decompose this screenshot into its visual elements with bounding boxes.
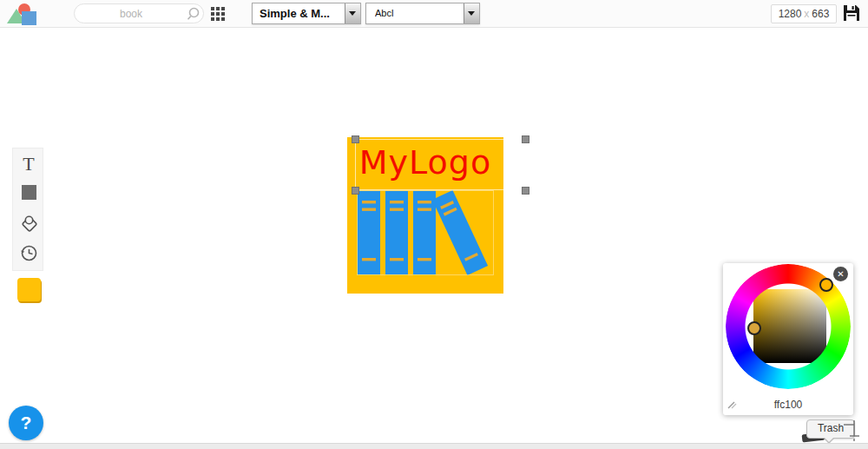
- selection-handle-bottom-left[interactable]: [352, 187, 359, 195]
- font-dropdown-value: Abcl: [375, 3, 462, 23]
- text-cursor-icon: [841, 418, 860, 442]
- grid-menu-icon[interactable]: [211, 7, 225, 21]
- selection-handle-top-right[interactable]: [522, 135, 529, 143]
- app-logo-icon[interactable]: [4, 1, 39, 26]
- font-dropdown[interactable]: Abcl: [365, 3, 480, 24]
- diamond-shape-icon: [18, 213, 39, 234]
- save-icon[interactable]: [842, 3, 861, 23]
- template-style-value: Simple & M...: [260, 3, 343, 23]
- chevron-down-icon: [464, 3, 479, 23]
- close-icon[interactable]: ✕: [833, 267, 848, 281]
- saturation-selector-handle[interactable]: [747, 321, 761, 335]
- left-tool-panel: T: [12, 148, 43, 271]
- search-input[interactable]: [75, 4, 203, 23]
- shape-tool-button[interactable]: [13, 185, 44, 203]
- selection-handle-bottom-right[interactable]: [522, 187, 529, 195]
- history-tool-button[interactable]: [13, 242, 44, 267]
- top-toolbar: Simple & M... Abcl 1280x663: [0, 0, 868, 28]
- logo-square-shape: [22, 11, 36, 25]
- size-separator: x: [804, 8, 809, 20]
- hex-color-value[interactable]: ffc100: [723, 399, 853, 411]
- hue-selector-handle[interactable]: [819, 278, 833, 292]
- color-picker-panel: ✕ ffc100: [723, 263, 853, 415]
- symbol-tool-button[interactable]: [13, 213, 44, 237]
- text-tool-button[interactable]: T: [13, 154, 44, 175]
- current-color-swatch[interactable]: [17, 278, 41, 301]
- square-icon: [22, 185, 36, 200]
- template-style-dropdown[interactable]: Simple & M...: [252, 3, 361, 24]
- canvas-size-field[interactable]: 1280x663: [771, 4, 837, 23]
- books-logo-icon[interactable]: [354, 189, 495, 276]
- canvas-height-value: 663: [812, 8, 829, 20]
- history-clock-icon: [18, 242, 39, 263]
- help-button[interactable]: ?: [9, 406, 43, 440]
- search-icon[interactable]: [186, 7, 200, 21]
- selection-handle-top-left[interactable]: [352, 135, 359, 143]
- chevron-down-icon: [345, 3, 360, 23]
- canvas-width-value: 1280: [779, 8, 802, 20]
- resize-grip-icon[interactable]: [726, 397, 740, 411]
- search-box: [74, 3, 204, 23]
- logo-text[interactable]: MyLogo: [347, 142, 503, 182]
- bottom-strip: [0, 443, 868, 449]
